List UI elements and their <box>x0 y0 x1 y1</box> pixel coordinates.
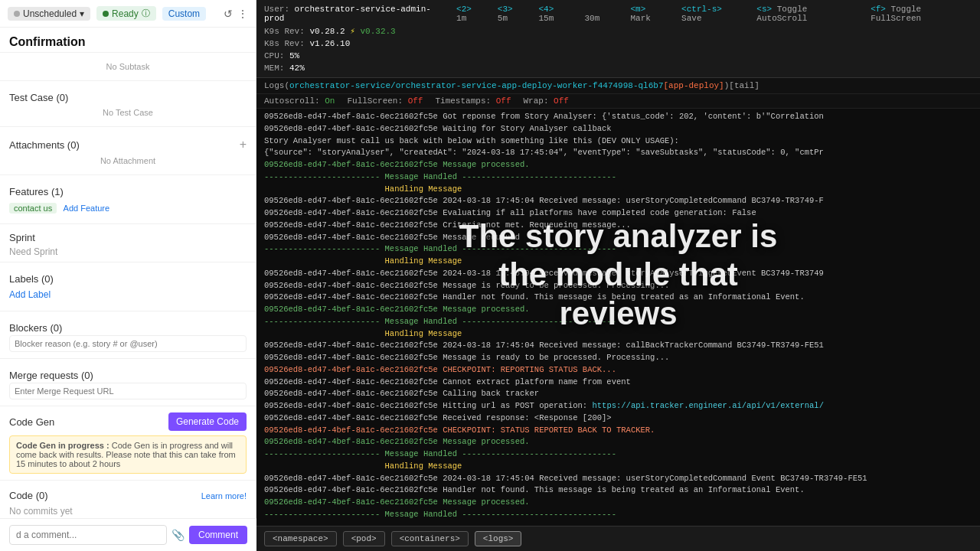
merge-requests-title: Merge requests (0) <box>9 370 93 381</box>
term-header-row1: User: orchestrator-service-admin-prod <2… <box>264 5 972 23</box>
sprint-title: Sprint <box>9 232 35 243</box>
info-icon: ⓘ <box>142 8 150 19</box>
add-attachment-icon[interactable]: + <box>240 138 247 152</box>
attachments-empty: No Attachment <box>9 153 247 168</box>
log-line: 09526ed8-ed47-4bef-8a1c-6ec21602fc5e Wai… <box>264 123 972 135</box>
term-header-row4: CPU: 5% <box>264 51 972 60</box>
code-gen-section: Code Gen Generate Code Code Gen in progr… <box>0 406 256 480</box>
terminal-tab[interactable]: <containers> <box>391 531 469 546</box>
terminal-footer: <namespace><pod><containers><logs> <box>256 526 980 551</box>
term-header-row2: K9s Rev: v0.28.2 ⚡ v0.32.3 <box>264 26 972 36</box>
log-line: Story Analyser must call us back with be… <box>264 135 972 148</box>
log-line: 09526ed8-ed47-4bef-8a1c-6ec21602fc5e 202… <box>264 268 972 280</box>
features-title: Features (1) <box>9 186 64 197</box>
log-line: ------------------------ Message Handled… <box>264 509 972 521</box>
code-gen-info-bold: Code Gen in progress : <box>16 441 109 450</box>
log-line: 09526ed8-ed47-4bef-8a1c-6ec21602fc5e 202… <box>264 195 972 207</box>
log-line: 09526ed8-ed47-4bef-8a1c-6ec21602fc5e Can… <box>264 377 972 389</box>
attachments-section: Attachments (0) + No Attachment <box>0 126 256 174</box>
labels-title: Labels (0) <box>9 273 54 285</box>
sprint-select[interactable]: Need Sprint <box>9 246 247 257</box>
chevron-down-icon: ▾ <box>80 8 84 19</box>
custom-badge[interactable]: Custom <box>162 7 206 21</box>
comment-input[interactable] <box>9 525 167 545</box>
terminal-tab[interactable]: <pod> <box>343 531 385 546</box>
sprint-header: Sprint <box>9 229 247 246</box>
labels-section: Labels (0) Add Label <box>0 262 256 311</box>
log-line: 09526ed8-ed47-4bef-8a1c-6ec21602fc5e 202… <box>264 340 972 352</box>
test-case-empty: No Test Case <box>9 105 247 120</box>
terminal-body[interactable]: 09526ed8-ed47-4bef-8a1c-6ec21602fc5e Got… <box>256 109 980 526</box>
term-k8s: K8s Rev: v1.26.10 <box>264 39 350 48</box>
log-line: 09526ed8-ed47-4bef-8a1c-6ec21602fc5e Mes… <box>264 304 972 316</box>
log-line: 09526ed8-ed47-4bef-8a1c-6ec21602fc5e Han… <box>264 292 972 304</box>
term-k9s: K9s Rev: v0.28.2 ⚡ v0.32.3 <box>264 26 396 36</box>
merge-requests-header: Merge requests (0) <box>9 365 247 383</box>
unscheduled-label: Unscheduled <box>23 8 77 19</box>
subtask-label: No Subtask <box>9 59 247 74</box>
features-section: Features (1) contact us Add Feature <box>0 174 256 223</box>
attachments-title: Attachments (0) <box>9 139 80 151</box>
learn-more-link[interactable]: Learn more! <box>201 491 247 500</box>
log-line: 09526ed8-ed47-4bef-8a1c-6ec21602fc5e Mes… <box>264 497 972 509</box>
code-gen-info: Code Gen in progress : Code Gen is in pr… <box>9 435 247 474</box>
terminal-header: User: orchestrator-service-admin-prod <2… <box>256 0 980 78</box>
merge-requests-section: Merge requests (0) <box>0 358 256 406</box>
attachment-icon[interactable]: 📎 <box>172 529 185 541</box>
comment-button[interactable]: Comment <box>189 526 247 544</box>
add-label-link[interactable]: Add Label <box>9 286 247 305</box>
log-line: 09526ed8-ed47-4bef-8a1c-6ec21602fc5e 202… <box>264 473 972 485</box>
term-shortcuts: <2> 1m <3> 5m <4> 15m 30m <box>456 5 618 23</box>
git-title: Code (0) <box>9 490 48 501</box>
log-line: {"source": "storyAnalyser", "createdAt":… <box>264 147 972 159</box>
generate-code-button[interactable]: Generate Code <box>168 412 247 431</box>
merge-request-input[interactable] <box>9 383 247 399</box>
log-line: 09526ed8-ed47-4bef-8a1c-6ec21602fc5e Hit… <box>264 400 972 412</box>
log-line: 09526ed8-ed47-4bef-8a1c-6ec21602fc5e Mes… <box>264 436 972 448</box>
ready-dot <box>103 11 109 17</box>
ready-badge[interactable]: Ready ⓘ <box>96 6 156 21</box>
more-icon[interactable]: ⋮ <box>237 8 248 20</box>
log-line: 09526ed8-ed47-4bef-8a1c-6ec21602fc5e Rec… <box>264 412 972 425</box>
terminal-tab[interactable]: <logs> <box>475 531 522 546</box>
term-header-row5: MEM: 42% <box>264 64 972 73</box>
timestamps-ctrl: Timestamps: Off <box>435 96 511 106</box>
left-panel: Unscheduled ▾ Ready ⓘ Custom ↺ ⋮ Confirm… <box>0 0 256 551</box>
wrap-ctrl: Wrap: Off <box>524 96 569 106</box>
blocker-input[interactable] <box>9 335 247 352</box>
features-header: Features (1) <box>9 181 247 199</box>
add-feature-link[interactable]: Add Feature <box>64 204 110 213</box>
terminal-tab[interactable]: <namespace> <box>264 531 337 546</box>
custom-label: Custom <box>168 8 200 19</box>
blockers-title: Blockers (0) <box>9 322 62 334</box>
blockers-section: Blockers (0) <box>0 311 256 358</box>
log-line: 09526ed8-ed47-4bef-8a1c-6ec21602fc5e Mes… <box>264 159 972 171</box>
log-line: ------------------------ Message Handled… <box>264 243 972 256</box>
unscheduled-dot <box>14 11 20 17</box>
attachments-header: Attachments (0) + <box>9 133 247 153</box>
terminal-panel: User: orchestrator-service-admin-prod <2… <box>256 0 980 551</box>
no-commits-label: No commits yet <box>9 503 247 520</box>
left-content: No Subtask Test Case (0) No Test Case At… <box>0 52 256 551</box>
unscheduled-badge[interactable]: Unscheduled ▾ <box>8 7 90 21</box>
sprint-section: Sprint Need Sprint <box>0 223 256 262</box>
refresh-icon[interactable]: ↺ <box>224 8 233 20</box>
log-line: 09526ed8-ed47-4bef-8a1c-6ec21602fc5e Mes… <box>264 280 972 292</box>
labels-header: Labels (0) <box>9 269 247 286</box>
term-cpu: CPU: 5% <box>264 51 299 60</box>
feature-tag[interactable]: contact us <box>9 203 57 214</box>
log-line: ------------------------ Message Handled… <box>264 316 972 328</box>
log-line: Handling Message <box>264 328 972 341</box>
test-case-header: Test Case (0) <box>9 87 247 105</box>
log-line: 09526ed8-ed47-4bef-8a1c-6ec21602fc5e CHE… <box>264 425 972 437</box>
terminal-path: Logs(orchestrator-service/orchestrator-s… <box>256 78 980 94</box>
log-line: ------------------------ Message Handled… <box>264 448 972 461</box>
log-line: 09526ed8-ed47-4bef-8a1c-6ec21602fc5e Mes… <box>264 352 972 364</box>
header-icons: ↺ ⋮ <box>224 8 248 20</box>
log-line: 09526ed8-ed47-4bef-8a1c-6ec21602fc5e Mes… <box>264 232 972 244</box>
blockers-header: Blockers (0) <box>9 318 247 335</box>
log-line: 09526ed8-ed47-4bef-8a1c-6ec21602fc5e CHE… <box>264 364 972 377</box>
page-title: Confirmation <box>0 28 256 52</box>
left-header: Unscheduled ▾ Ready ⓘ Custom ↺ ⋮ <box>0 0 256 28</box>
term-user: User: orchestrator-service-admin-prod <box>264 5 444 23</box>
